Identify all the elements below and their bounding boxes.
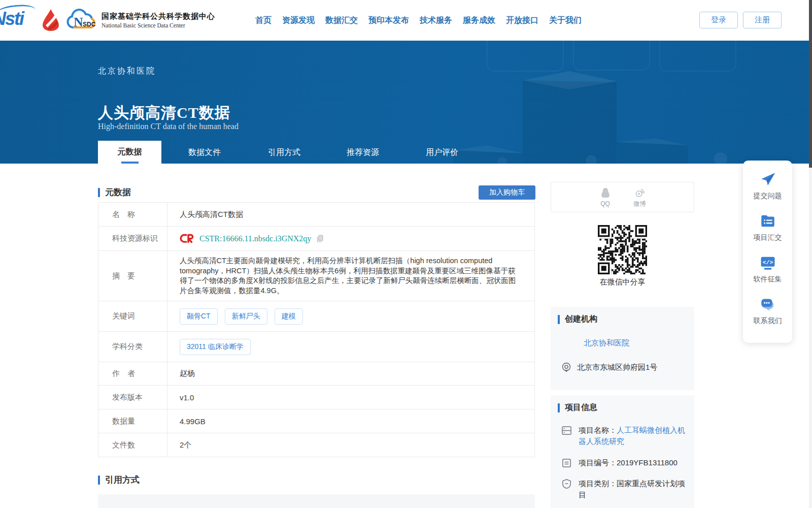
float-item-submit-question[interactable]: 提交问题 <box>743 171 792 212</box>
paper-plane-icon <box>759 171 776 188</box>
floating-action-panel: 提交问题 项目汇交 </> 软件征集 联系 <box>743 161 792 343</box>
table-row-abstract: 摘 要 人头颅高清CT主要面向颞骨建模研究，利用高分辨率计算机断层扫描（high… <box>98 251 534 301</box>
nav-item-about-us[interactable]: 关于我们 <box>549 15 582 26</box>
organization-address: 北京市东城区帅府园1号 <box>561 362 657 373</box>
tab-citation[interactable]: 引用方式 <box>254 141 315 164</box>
table-row-cstr: 科技资源标识 CSTR:16666.11.nbsdc.i3GNX2qy <box>98 227 534 251</box>
wechat-qr-code <box>598 225 647 274</box>
tab-metadata[interactable]: 元数据 <box>98 141 161 164</box>
keyword-tag[interactable]: 新鲜尸头 <box>225 308 267 325</box>
float-item-contact-us[interactable]: 联系我们 <box>743 296 792 337</box>
row-value: 2个 <box>167 433 534 457</box>
row-label: 文件数 <box>98 433 167 457</box>
row-value: 颞骨CT 新鲜尸头 建模 <box>167 301 534 331</box>
row-value: 人头颅高清CT主要面向颞骨建模研究，利用高分辨率计算机断层扫描（high res… <box>167 251 534 301</box>
float-item-project-submission[interactable]: 项目汇交 <box>743 212 792 254</box>
table-row-name: 名 称 人头颅高清CT数据 <box>98 203 534 227</box>
project-info-box: 项目信息 项目名称：人工耳蜗微创植入机器人系统研究 项目编号：2019YFB13… <box>551 395 694 508</box>
table-row-keywords: 关键词 颞骨CT 新鲜尸头 建模 <box>98 301 534 332</box>
hero-banner: 北京协和医院 人头颅高清CT数据 High-definition CT data… <box>0 41 812 164</box>
nav-item-tech-service[interactable]: 技术服务 <box>420 15 452 26</box>
row-label: 名 称 <box>98 203 167 226</box>
section-accent-bar <box>558 403 560 412</box>
table-row-subject: 学科分类 32011 临床诊断学 <box>98 332 534 362</box>
nsdc-logo-text: 国家基础学科公共科学数据中心 National Basic Science Da… <box>101 12 215 28</box>
table-row-version: 发布版本 v1.0 <box>98 386 534 409</box>
section-accent-bar <box>558 315 560 324</box>
auth-buttons: 登录 注册 <box>699 12 782 28</box>
nav-item-open-api[interactable]: 开放接口 <box>506 15 538 26</box>
tab-recommended[interactable]: 推荐资源 <box>332 141 393 164</box>
cstr-identifier-link[interactable]: CSTR:16666.11.nbsdc.i3GNX2qy <box>199 234 311 243</box>
table-row-file-count: 文件数 2个 <box>98 433 534 457</box>
row-label: 数据量 <box>98 409 167 433</box>
row-value: CSTR:16666.11.nbsdc.i3GNX2qy <box>167 227 534 250</box>
login-button[interactable]: 登录 <box>699 12 738 28</box>
location-pin-icon <box>561 362 572 373</box>
nsdc-cloud-icon: N SDC <box>66 8 98 31</box>
weibo-icon <box>634 186 646 199</box>
keyword-tag[interactable]: 建模 <box>275 308 303 325</box>
citation-content-box <box>98 494 535 508</box>
active-tab-underline <box>121 162 139 164</box>
metadata-section-title: 元数据 <box>98 186 131 198</box>
row-value: 人头颅高清CT数据 <box>167 203 534 226</box>
cstr-logo-icon <box>180 233 195 244</box>
scrollbar-thumb[interactable] <box>809 0 812 168</box>
share-qq[interactable]: QQ <box>599 187 612 207</box>
red-flame-logo[interactable] <box>41 8 61 31</box>
project-box-title: 项目信息 <box>558 402 597 413</box>
row-label: 摘 要 <box>98 251 167 301</box>
project-name-icon <box>561 425 572 436</box>
project-name-item: 项目名称：人工耳蜗微创植入机器人系统研究 <box>561 425 686 447</box>
nsdc-logo[interactable]: N SDC 国家基础学科公共科学数据中心 National Basic Scie… <box>66 8 215 31</box>
row-label: 学科分类 <box>98 332 167 362</box>
subject-tag[interactable]: 32011 临床诊断学 <box>180 339 251 355</box>
chat-bubbles-icon <box>759 296 776 313</box>
qq-icon <box>599 187 612 199</box>
project-list-icon <box>759 212 776 230</box>
add-to-cart-button[interactable]: 加入购物车 <box>479 185 535 200</box>
row-label: 发布版本 <box>98 386 167 409</box>
row-value: 4.99GB <box>167 409 534 433</box>
main-nav: 首页 资源发现 数据汇交 预印本发布 技术服务 服务成效 开放接口 关于我们 <box>255 0 582 41</box>
row-label: 关键词 <box>98 301 167 331</box>
code-monitor-icon: </> <box>759 254 776 271</box>
keyword-tag[interactable]: 颞骨CT <box>180 308 218 325</box>
tab-data-files[interactable]: 数据文件 <box>174 141 235 164</box>
organization-box: 创建机构 北京协和医院 北京市东城区帅府园1号 <box>551 307 694 390</box>
float-item-software-collection[interactable]: </> 软件征集 <box>743 254 792 296</box>
citation-section-title: 引用方式 <box>98 474 140 486</box>
nav-item-data-submission[interactable]: 数据汇交 <box>325 15 358 26</box>
dataset-subtitle: High-definition CT data of the human hea… <box>98 122 239 131</box>
section-accent-bar <box>98 475 100 485</box>
nav-item-preprint-publish[interactable]: 预印本发布 <box>368 15 409 26</box>
table-row-author: 作 者 赵杨 <box>98 362 534 386</box>
metadata-table: 名 称 人头颅高清CT数据 科技资源标识 CSTR:16666.11.nbsdc… <box>98 202 535 457</box>
page: Nsti N SDC 国家基础学科公共科学数据中心 National Basic… <box>0 0 812 508</box>
nav-item-service-results[interactable]: 服务成效 <box>463 15 495 26</box>
svg-text:N: N <box>74 15 83 29</box>
dataset-organization: 北京协和医院 <box>98 66 156 77</box>
svg-text:SDC: SDC <box>83 21 96 28</box>
project-code-item: 项目编号：2019YFB1311800 <box>561 457 686 469</box>
nsti-logo[interactable]: Nsti <box>0 8 23 29</box>
project-type-item: 项目类别：国家重点研发计划项目 <box>561 478 686 500</box>
abstract-text: 人头颅高清CT主要面向颞骨建模研究，利用高分辨率计算机断层扫描（high res… <box>180 251 534 301</box>
tab-user-reviews[interactable]: 用户评价 <box>412 141 472 164</box>
register-button[interactable]: 注册 <box>743 12 782 28</box>
dataset-title: 人头颅高清CT数据 <box>98 103 230 123</box>
page-scrollbar[interactable] <box>809 0 812 508</box>
project-code-icon <box>561 457 572 469</box>
section-accent-bar <box>98 188 100 197</box>
organization-link[interactable]: 北京协和医院 <box>584 338 629 348</box>
nav-item-home[interactable]: 首页 <box>255 15 272 26</box>
row-value: 32011 临床诊断学 <box>167 332 534 362</box>
copy-icon[interactable] <box>315 234 324 244</box>
row-label: 作 者 <box>98 362 167 385</box>
nsti-swoosh-icon <box>0 3 36 20</box>
nav-item-resource-discovery[interactable]: 资源发现 <box>282 15 315 26</box>
table-row-size: 数据量 4.99GB <box>98 409 534 433</box>
header: Nsti N SDC 国家基础学科公共科学数据中心 National Basic… <box>0 0 812 41</box>
share-weibo[interactable]: 微博 <box>634 186 646 208</box>
